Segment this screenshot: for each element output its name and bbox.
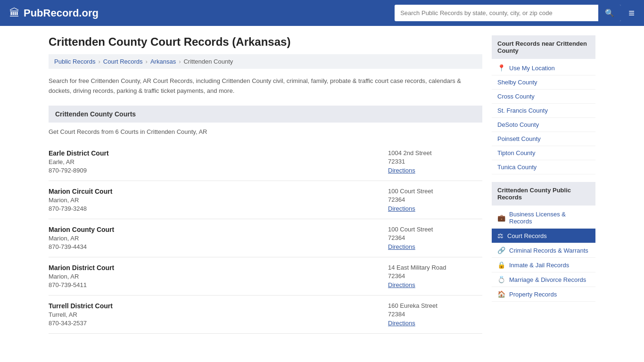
court-name: Turrell District Court (49, 302, 113, 310)
content-area: Crittenden County Court Records (Arkansa… (49, 35, 482, 334)
court-zip: 72364 (388, 196, 482, 203)
nearby-county-item[interactable]: Tipton County (492, 146, 595, 160)
court-entry: Marion District Court Marion, AR 870-739… (49, 257, 482, 296)
search-input[interactable] (395, 6, 598, 20)
directions-link[interactable]: Directions (388, 281, 415, 288)
directions-link[interactable]: Directions (388, 205, 415, 212)
record-icon: ⚖ (497, 232, 504, 239)
nearby-section: Court Records near Crittenden County 📍 U… (492, 35, 595, 174)
court-city: Marion, AR (49, 273, 114, 280)
nearby-title: Court Records near Crittenden County (492, 35, 595, 59)
nearby-county-item[interactable]: DeSoto County (492, 118, 595, 132)
court-address: 100 Court Street (388, 188, 482, 195)
nearby-county-item[interactable]: Shelby County (492, 75, 595, 90)
header: 🏛 PubRecord.org 🔍 ≡ (0, 0, 644, 26)
section-info: Get Court Records from 6 Courts in Critt… (49, 128, 482, 135)
header-right: 🔍 ≡ (395, 5, 635, 21)
court-address: 1004 2nd Street (388, 149, 482, 156)
section-header: Crittenden County Courts (49, 106, 482, 123)
record-icon: 🔒 (497, 261, 505, 269)
search-bar: 🔍 (395, 5, 621, 21)
nearby-county-item[interactable]: Cross County (492, 90, 595, 104)
court-right: 14 East Military Road 72364 Directions (388, 264, 482, 288)
breadcrumb-sep-1: › (98, 58, 100, 65)
court-zip: 72364 (388, 272, 482, 280)
public-record-item[interactable]: 💍 Marriage & Divorce Records (492, 272, 595, 287)
court-left: Marion District Court Marion, AR 870-739… (49, 264, 114, 288)
nearby-county-item[interactable]: Poinsett County (492, 132, 595, 146)
breadcrumb-public-records[interactable]: Public Records (54, 58, 95, 65)
public-record-item[interactable]: 🔗 Criminal Records & Warrants (492, 243, 595, 258)
nearby-county-item[interactable]: Tunica County (492, 160, 595, 174)
nearby-county-item[interactable]: St. Francis County (492, 104, 595, 118)
court-entry: Earle District Court Earle, AR 870-792-8… (49, 143, 482, 181)
public-record-item[interactable]: 💼 Business Licenses & Records (492, 207, 595, 229)
court-left: Marion Circuit Court Marion, AR 870-739-… (49, 188, 112, 212)
public-record-item[interactable]: 🔒 Inmate & Jail Records (492, 258, 595, 272)
breadcrumb-arkansas[interactable]: Arkansas (150, 58, 176, 65)
nearby-counties: Shelby CountyCross CountySt. Francis Cou… (492, 75, 595, 174)
public-records-title: Crittenden County Public Records (492, 182, 595, 206)
court-right: 100 Court Street 72364 Directions (388, 226, 482, 250)
record-label: Property Records (509, 291, 557, 298)
court-phone: 870-792-8909 (49, 167, 109, 174)
record-label: Court Records (507, 232, 547, 239)
breadcrumb: Public Records › Court Records › Arkansa… (49, 54, 482, 69)
court-name: Marion Circuit Court (49, 188, 112, 195)
breadcrumb-court-records[interactable]: Court Records (103, 58, 143, 65)
breadcrumb-sep-2: › (146, 58, 148, 65)
record-icon: 💼 (497, 214, 505, 222)
public-record-item[interactable]: ⚖ Court Records (492, 229, 595, 243)
court-city: Earle, AR (49, 158, 109, 165)
court-left: Earle District Court Earle, AR 870-792-8… (49, 149, 109, 174)
main-container: Crittenden County Court Records (Arkansa… (39, 26, 605, 343)
public-record-item[interactable]: 🏠 Property Records (492, 287, 595, 302)
directions-link[interactable]: Directions (388, 167, 415, 174)
court-city: Marion, AR (49, 197, 112, 204)
court-phone: 870-739-5411 (49, 281, 114, 288)
page-description: Search for free Crittenden County, AR Co… (49, 76, 482, 96)
court-entry: Marion Circuit Court Marion, AR 870-739-… (49, 181, 482, 219)
sidebar: Court Records near Crittenden County 📍 U… (492, 35, 595, 334)
court-address: 160 Eureka Street (388, 302, 482, 309)
breadcrumb-current: Crittenden County (183, 58, 233, 65)
court-entry: Turrell District Court Turrell, AR 870-3… (49, 296, 482, 334)
court-right: 1004 2nd Street 72331 Directions (388, 149, 482, 174)
record-icon: 💍 (497, 276, 505, 283)
record-icon: 🏠 (497, 290, 505, 298)
location-icon: 📍 (497, 64, 505, 72)
use-my-location[interactable]: 📍 Use My Location (492, 61, 595, 75)
logo-icon: 🏛 (9, 7, 20, 19)
directions-link[interactable]: Directions (388, 243, 415, 250)
record-icon: 🔗 (497, 247, 505, 254)
public-records-list: 💼 Business Licenses & Records ⚖ Court Re… (492, 207, 595, 302)
court-city: Turrell, AR (49, 311, 113, 318)
court-name: Marion District Court (49, 264, 114, 272)
logo-area: 🏛 PubRecord.org (9, 7, 99, 19)
court-left: Marion County Court Marion, AR 870-739-4… (49, 226, 114, 250)
court-name: Marion County Court (49, 226, 114, 233)
court-city: Marion, AR (49, 235, 114, 242)
use-my-location-label: Use My Location (509, 65, 555, 72)
search-button[interactable]: 🔍 (598, 5, 621, 21)
directions-link[interactable]: Directions (388, 320, 415, 327)
court-right: 100 Court Street 72364 Directions (388, 188, 482, 212)
record-label: Criminal Records & Warrants (509, 247, 588, 254)
court-address: 100 Court Street (388, 226, 482, 233)
court-phone: 870-343-2537 (49, 320, 113, 327)
court-phone: 870-739-4434 (49, 243, 114, 250)
public-records-section: Crittenden County Public Records 💼 Busin… (492, 182, 595, 302)
page-title: Crittenden County Court Records (Arkansa… (49, 35, 482, 49)
record-label: Inmate & Jail Records (509, 262, 569, 269)
court-left: Turrell District Court Turrell, AR 870-3… (49, 302, 113, 327)
menu-button[interactable]: ≡ (628, 8, 635, 18)
court-name: Earle District Court (49, 149, 109, 157)
court-address: 14 East Military Road (388, 264, 482, 271)
court-zip: 72364 (388, 234, 482, 241)
courts-list: Earle District Court Earle, AR 870-792-8… (49, 143, 482, 334)
court-entry: Marion County Court Marion, AR 870-739-4… (49, 219, 482, 257)
court-zip: 72331 (388, 158, 482, 165)
record-label: Marriage & Divorce Records (509, 276, 586, 283)
court-zip: 72384 (388, 311, 482, 318)
court-phone: 870-739-3248 (49, 205, 112, 212)
